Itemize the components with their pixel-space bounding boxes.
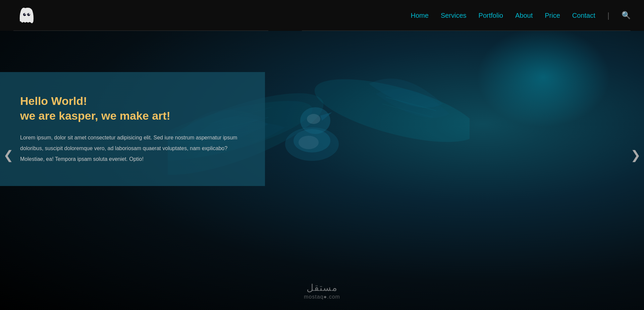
hero-content-box: Hello World! we are kasper, we make art!… xyxy=(0,72,265,186)
hero-section: Home Services Portfolio About Price Cont… xyxy=(0,0,644,310)
nav-portfolio[interactable]: Portfolio xyxy=(479,12,503,19)
svg-point-13 xyxy=(299,136,319,149)
nav-contact[interactable]: Contact xyxy=(572,12,595,19)
logo-area xyxy=(13,4,37,27)
watermark: مستقل mostaq●.com xyxy=(304,282,340,300)
logo-icon xyxy=(13,4,37,27)
search-icon[interactable]: 🔍 xyxy=(622,11,631,20)
hero-heading: Hello World! we are kasper, we make art! xyxy=(20,94,245,123)
svg-point-16 xyxy=(24,13,26,15)
svg-point-14 xyxy=(23,13,26,16)
svg-point-15 xyxy=(27,13,30,16)
watermark-url: mostaq●.com xyxy=(304,294,340,300)
header: Home Services Portfolio About Price Cont… xyxy=(0,0,644,31)
nav-divider: | xyxy=(607,11,609,20)
nav-about[interactable]: About xyxy=(515,12,533,19)
next-arrow[interactable]: ❯ xyxy=(631,148,641,162)
watermark-arabic-text: مستقل xyxy=(304,282,340,293)
prev-arrow[interactable]: ❮ xyxy=(3,148,13,162)
watermark-url-prefix: mostaq xyxy=(304,294,323,300)
nav-home[interactable]: Home xyxy=(411,12,429,19)
nav: Home Services Portfolio About Price Cont… xyxy=(411,11,631,20)
watermark-dot: ● xyxy=(324,294,327,300)
nav-services[interactable]: Services xyxy=(441,12,467,19)
nav-price[interactable]: Price xyxy=(545,12,560,19)
svg-point-12 xyxy=(307,114,320,124)
hero-heading-line2: we are kasper, we make art! xyxy=(20,109,170,122)
watermark-url-suffix: .com xyxy=(327,294,340,300)
hero-paragraph: Lorem ipsum, dolor sit amet consectetur … xyxy=(20,132,245,165)
hero-heading-line1: Hello World! xyxy=(20,95,87,107)
svg-point-17 xyxy=(29,13,30,15)
bg-glow xyxy=(476,27,610,127)
